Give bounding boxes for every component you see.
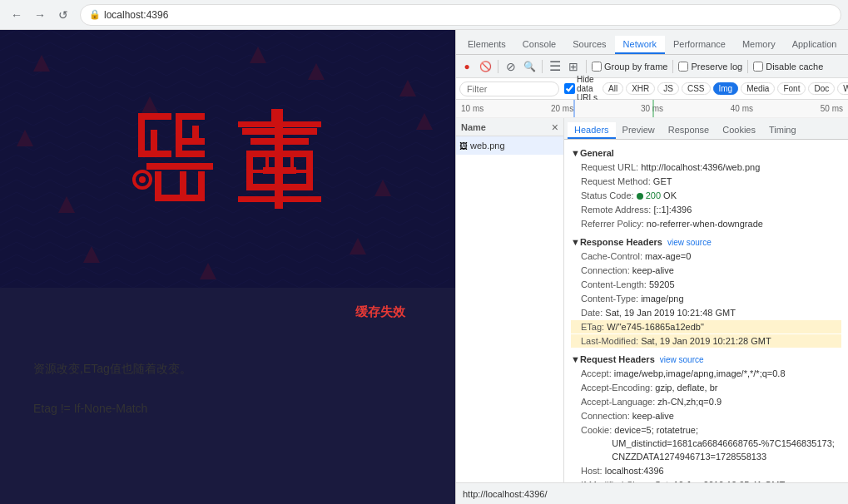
network-body: Name × 🖼 web.png Headers Preview Respons…	[456, 118, 848, 482]
timeline-green-line	[652, 100, 654, 117]
tab-network[interactable]: Network	[615, 36, 665, 54]
hide-data-urls-label: Hide data URLs	[577, 75, 598, 102]
details-tab-response[interactable]: Response	[662, 122, 717, 139]
connection-resp-val: keep-alive	[630, 264, 674, 277]
svg-rect-37	[238, 121, 321, 127]
filter-tag-font[interactable]: Font	[777, 82, 806, 95]
cookie-key: Cookie:	[581, 423, 612, 463]
content-length-val: 59205	[647, 278, 675, 291]
remote-address-row: Remote Address: [::1]:4396	[571, 203, 841, 216]
filter-tag-css[interactable]: CSS	[682, 82, 711, 95]
group-by-frame-checkbox[interactable]: Group by frame	[592, 62, 667, 72]
host-row: Host: localhost:4396	[571, 464, 841, 477]
forward-button[interactable]: →	[30, 5, 50, 25]
filter-input[interactable]	[459, 82, 559, 96]
details-tabs: Headers Preview Response Cookies Timing	[564, 118, 848, 140]
svg-rect-25	[155, 195, 205, 201]
group-by-frame-label: Group by frame	[604, 62, 667, 72]
file-name-webpng: web.png	[470, 141, 505, 151]
last-modified-val: Sat, 19 Jan 2019 10:21:28 GMT	[638, 334, 771, 348]
filter-tag-doc[interactable]: Doc	[808, 82, 835, 95]
record-button[interactable]: ●	[459, 59, 474, 74]
accept-encoding-val: gzip, deflate, br	[652, 381, 717, 394]
preserve-log-checkbox[interactable]: Preserve log	[678, 62, 742, 72]
timeline-blue-line	[573, 100, 575, 117]
back-button[interactable]: ←	[7, 5, 27, 25]
separator-3	[586, 60, 587, 73]
tab-elements[interactable]: Elements	[459, 36, 514, 54]
filter-tag-all[interactable]: All	[603, 82, 623, 95]
name-column-header: Name	[461, 122, 486, 132]
content-type-key: Content-Type:	[581, 292, 638, 305]
svg-rect-15	[138, 151, 171, 157]
tab-application[interactable]: Application	[784, 36, 846, 54]
status-code-val: 200 OK	[634, 189, 677, 202]
status-green-text: 200	[646, 190, 661, 200]
filter-tag-ws[interactable]: WS	[837, 82, 848, 95]
referrer-policy-val: no-referrer-when-downgrade	[644, 217, 763, 230]
details-tab-cookies[interactable]: Cookies	[716, 122, 762, 139]
cny-image	[0, 30, 455, 288]
separator-5	[747, 60, 748, 73]
tab-performance[interactable]: Performance	[665, 36, 734, 54]
clear-button[interactable]: 🚫	[478, 59, 493, 74]
response-headers-arrow: ▼	[571, 237, 580, 247]
svg-marker-4	[58, 196, 75, 213]
host-val: localhost:4396	[603, 464, 664, 477]
request-headers-arrow: ▼	[571, 354, 580, 364]
view-grid-icon[interactable]: ⊞	[566, 59, 581, 74]
date-resp-row: Date: Sat, 19 Jan 2019 10:21:48 GMT	[571, 306, 841, 319]
accept-encoding-key: Accept-Encoding:	[581, 381, 652, 394]
details-tab-headers[interactable]: Headers	[568, 122, 616, 139]
disable-cache-checkbox[interactable]: Disable cache	[753, 62, 823, 72]
general-label: General	[580, 148, 614, 158]
response-headers-section-title: ▼ Response Headers view source	[571, 237, 841, 247]
svg-rect-19	[176, 138, 205, 145]
timeline-label-40ms: 40 ms	[731, 104, 753, 113]
file-item-webpng[interactable]: 🖼 web.png	[456, 136, 563, 155]
timeline-label-50ms: 50 ms	[821, 104, 843, 113]
content-type-val: image/png	[638, 292, 683, 305]
filter-icon[interactable]: ⊘	[503, 59, 518, 74]
etag-mismatch-label: Etag != If-None-Match	[33, 402, 422, 415]
accept-row: Accept: image/webp,image/apng,image/*,*/…	[571, 367, 841, 380]
refresh-button[interactable]: ↺	[53, 5, 73, 25]
tab-sources[interactable]: Sources	[564, 36, 614, 54]
status-dot	[637, 193, 643, 200]
filter-tag-xhr[interactable]: XHR	[626, 82, 655, 95]
view-list-icon[interactable]: ☰	[548, 59, 563, 74]
lock-icon: 🔒	[89, 9, 101, 20]
details-tab-timing[interactable]: Timing	[762, 122, 803, 139]
svg-marker-2	[17, 130, 33, 146]
request-headers-view-source[interactable]: view source	[660, 355, 704, 364]
accept-language-val: zh-CN,zh;q=0.9	[655, 395, 722, 408]
filter-tag-js[interactable]: JS	[657, 82, 679, 95]
request-method-key: Request Method:	[581, 175, 651, 188]
separator-4	[672, 60, 673, 73]
svg-point-27	[139, 176, 146, 183]
accept-language-key: Accept-Language:	[581, 395, 655, 408]
svg-rect-17	[176, 113, 205, 120]
cache-control-val: max-age=0	[642, 250, 691, 263]
cache-control-row: Cache-Control: max-age=0	[571, 250, 841, 263]
status-code-key: Status Code:	[581, 189, 634, 202]
preserve-log-label: Preserve log	[691, 62, 742, 72]
tab-console[interactable]: Console	[514, 36, 564, 54]
details-tab-preview[interactable]: Preview	[616, 122, 662, 139]
svg-marker-3	[416, 113, 433, 130]
filter-tag-img[interactable]: Img	[713, 82, 739, 95]
etag-key: ETag:	[581, 320, 604, 334]
search-icon[interactable]: 🔍	[522, 59, 537, 74]
address-bar[interactable]: 🔒 localhost:4396	[80, 4, 841, 26]
accept-val: image/webp,image/apng,image/*,*/*;q=0.8	[612, 367, 786, 380]
devtools-panel: Elements Console Sources Network Perform…	[455, 30, 848, 504]
filter-tag-media[interactable]: Media	[741, 82, 775, 95]
last-modified-key: Last-Modified:	[581, 334, 638, 348]
annotation-area: 缓存失效 资源改变,ETag值也随着改变。 Etag != If-None-Ma…	[0, 288, 455, 432]
tab-memory[interactable]: Memory	[734, 36, 784, 54]
accept-language-row: Accept-Language: zh-CN,zh;q=0.9	[571, 395, 841, 408]
hide-data-urls-checkbox[interactable]: Hide data URLs	[564, 75, 598, 102]
close-column-button[interactable]: ×	[552, 121, 558, 134]
request-method-val: GET	[651, 175, 672, 188]
response-headers-view-source[interactable]: view source	[667, 238, 712, 247]
